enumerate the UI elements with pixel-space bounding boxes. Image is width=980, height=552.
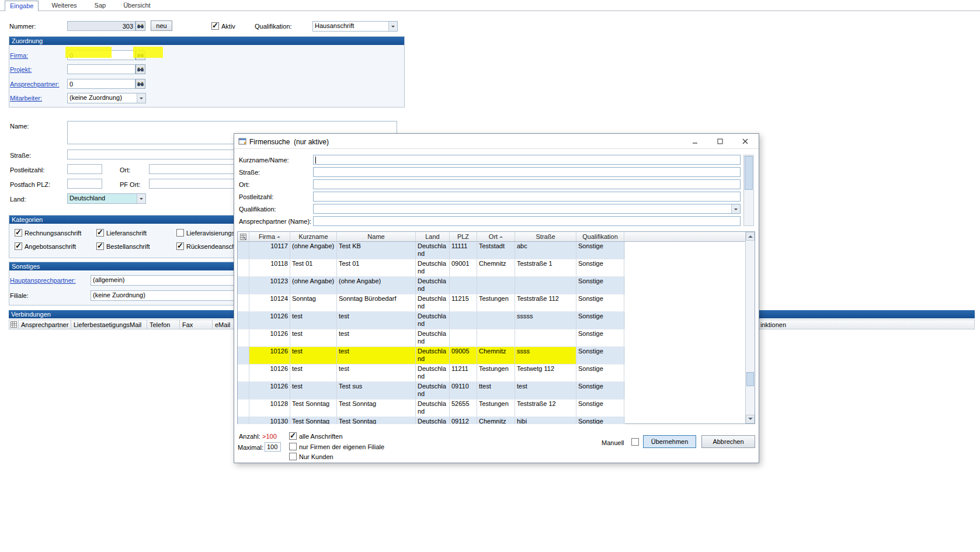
scroll-thumb[interactable] bbox=[745, 156, 753, 190]
neu-button[interactable]: neu bbox=[151, 20, 172, 31]
qualifikation-select[interactable]: Hausanschrift bbox=[312, 21, 398, 32]
column-header[interactable]: Name bbox=[337, 232, 416, 241]
maximize-icon[interactable] bbox=[715, 136, 725, 147]
fields-scrollbar[interactable] bbox=[743, 155, 754, 226]
row-selector[interactable] bbox=[238, 277, 249, 294]
land-select[interactable]: Deutschland bbox=[67, 193, 146, 204]
column-header[interactable]: Kurzname bbox=[290, 232, 337, 241]
table-row[interactable]: 10126 test test Deutschland sssss Sonsti… bbox=[238, 312, 625, 329]
row-selector-header[interactable] bbox=[238, 232, 249, 241]
table-row[interactable]: 10118 Test 01 Test 01 Deutschland 09001 … bbox=[238, 259, 625, 277]
ansprechpartner-link[interactable]: Ansprechpartner: bbox=[10, 81, 59, 88]
alle-anschriften-checkbox[interactable] bbox=[289, 432, 297, 440]
grid-scrollbar[interactable] bbox=[745, 232, 755, 423]
row-selector[interactable] bbox=[238, 242, 249, 259]
projekt-input[interactable] bbox=[67, 64, 135, 74]
dialog-strasse-input[interactable] bbox=[313, 167, 741, 177]
checkbox-rechnungsanschrift[interactable] bbox=[15, 229, 22, 237]
lieferanschrift-label: Lieferanschrift bbox=[106, 230, 147, 237]
abbrechen-button[interactable]: Abbrechen bbox=[701, 435, 755, 448]
nur-kunden-checkbox[interactable] bbox=[289, 453, 297, 460]
cell-plz: 11211 bbox=[450, 364, 477, 381]
checkbox-angebotsanschrift[interactable] bbox=[15, 242, 22, 250]
table-row[interactable]: 10128 Test Sonntag Test Sonntag Deutschl… bbox=[238, 400, 625, 417]
row-selector[interactable] bbox=[238, 347, 249, 364]
mitarbeiter-select[interactable]: (keine Zuordnung) bbox=[67, 93, 146, 103]
row-selector[interactable] bbox=[238, 294, 249, 311]
table-row[interactable]: 10126 test Test sus Deutschland 09110 tt… bbox=[238, 382, 625, 400]
cell-kurzname: (ohne Angabe) bbox=[290, 242, 337, 259]
table-row[interactable]: 10126 test test Deutschland 09005 Chemni… bbox=[238, 347, 625, 364]
column-telefon[interactable]: Telefon bbox=[147, 320, 180, 329]
column-funktionen-fragment[interactable]: inktionen bbox=[760, 321, 786, 328]
chevron-down-icon[interactable] bbox=[137, 194, 145, 203]
dialog-kurzname-input[interactable] bbox=[313, 155, 741, 165]
column-lieferbestaetigungsmail[interactable]: LieferbestaetigungsMail bbox=[71, 320, 147, 329]
dialog-kurzname-label: Kurzname/Name: bbox=[239, 157, 289, 164]
dialog-qualifikation-select[interactable] bbox=[313, 204, 741, 214]
column-fax[interactable]: Fax bbox=[180, 320, 213, 329]
hauptansprechpartner-link[interactable]: Hauptansprechpartner: bbox=[10, 277, 76, 284]
row-selector[interactable] bbox=[238, 400, 249, 416]
tab-eingabe[interactable]: Eingabe bbox=[5, 1, 39, 11]
nummer-search-icon[interactable] bbox=[135, 21, 145, 31]
row-selector[interactable] bbox=[238, 364, 249, 381]
scroll-up-icon[interactable] bbox=[746, 232, 755, 241]
chevron-down-icon[interactable] bbox=[137, 93, 145, 103]
projekt-link[interactable]: Projekt: bbox=[10, 66, 32, 73]
uebernehmen-button[interactable]: Übernehmen bbox=[643, 435, 696, 448]
maximal-input[interactable] bbox=[265, 442, 281, 452]
cell-strasse: sssss bbox=[515, 312, 576, 329]
dialog-titlebar[interactable]: Firmensuche (nur aktive) bbox=[234, 134, 759, 149]
tab-uebersicht[interactable]: Übersicht bbox=[119, 1, 155, 11]
nur-firmen-checkbox[interactable] bbox=[289, 443, 297, 450]
table-row[interactable]: 10126 test test Deutschland 11211 Testun… bbox=[238, 364, 625, 382]
cell-qualifikation: Sonstige bbox=[576, 277, 624, 294]
scroll-down-icon[interactable] bbox=[746, 415, 755, 423]
row-selector[interactable] bbox=[238, 329, 249, 346]
row-selector[interactable] bbox=[238, 312, 249, 329]
dialog-ansprechpartner-input[interactable] bbox=[313, 216, 741, 226]
grid-header: FirmaKurznameNameLandPLZOrtStraßeQualifi… bbox=[238, 232, 755, 242]
column-header[interactable]: Land bbox=[416, 232, 450, 241]
ansprechpartner-search-icon[interactable] bbox=[135, 79, 145, 89]
table-row[interactable]: 10126 test test Deutschland Sonstige bbox=[238, 329, 625, 347]
minimize-icon[interactable] bbox=[690, 136, 700, 147]
tab-sap[interactable]: Sap bbox=[90, 1, 111, 11]
tab-weiteres[interactable]: Weiteres bbox=[47, 1, 81, 11]
dialog-ort-input[interactable] bbox=[313, 179, 741, 189]
chevron-down-icon[interactable] bbox=[731, 204, 740, 213]
table-row[interactable]: 10124 Sonntag Sonntag Bürobedarf Deutsch… bbox=[238, 294, 625, 312]
dialog-plz-input[interactable] bbox=[313, 192, 741, 202]
aktiv-checkbox[interactable] bbox=[211, 22, 219, 30]
firma-link[interactable]: Firma: bbox=[10, 52, 28, 59]
checkbox-lieferanschrift[interactable] bbox=[96, 229, 104, 237]
plz-input[interactable] bbox=[67, 164, 102, 174]
chevron-down-icon[interactable] bbox=[388, 22, 397, 31]
column-header[interactable]: Firma bbox=[249, 232, 290, 241]
column-header[interactable]: PLZ bbox=[450, 232, 477, 241]
ansprechpartner-input[interactable] bbox=[67, 79, 135, 89]
mitarbeiter-link[interactable]: Mitarbeiter: bbox=[10, 95, 42, 102]
manuell-checkbox[interactable] bbox=[631, 438, 639, 446]
table-row[interactable]: 10123 (ohne Angabe) (ohne Angabe) Deutsc… bbox=[238, 277, 625, 294]
projekt-search-icon[interactable] bbox=[135, 64, 145, 74]
column-header[interactable]: Straße bbox=[515, 232, 576, 241]
table-row[interactable]: 10130 Test Sonntag Test Sonntag Deutschl… bbox=[238, 417, 625, 424]
row-selector[interactable] bbox=[238, 417, 249, 424]
row-selector[interactable] bbox=[238, 259, 249, 276]
column-header[interactable]: Qualifikation bbox=[576, 232, 624, 241]
checkbox-ruecksendeanschrift[interactable] bbox=[176, 242, 184, 250]
row-selector[interactable] bbox=[238, 382, 249, 399]
column-header[interactable]: Ort bbox=[477, 232, 515, 241]
scroll-thumb[interactable] bbox=[746, 372, 754, 386]
postfach-plz-input[interactable] bbox=[67, 179, 102, 189]
nummer-input[interactable] bbox=[67, 21, 135, 31]
table-row[interactable]: 10117 (ohne Angabe) Test KB Deutschland … bbox=[238, 242, 625, 259]
column-ansprechpartner[interactable]: Ansprechpartner bbox=[19, 320, 71, 329]
cell-name: (ohne Angabe) bbox=[337, 277, 416, 294]
close-icon[interactable] bbox=[740, 136, 750, 147]
row-selector-header[interactable] bbox=[9, 320, 19, 329]
checkbox-lieferavisierung[interactable] bbox=[176, 229, 184, 237]
checkbox-bestellanschrift[interactable] bbox=[96, 242, 104, 250]
